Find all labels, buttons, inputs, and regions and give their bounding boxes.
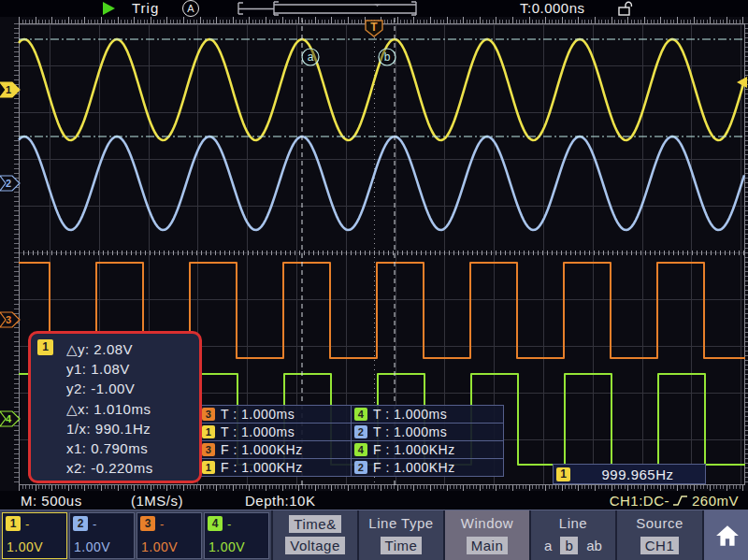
- softkey-window[interactable]: Window Main: [443, 510, 529, 560]
- top-status-bar: Trig A T:0.000ns: [0, 0, 748, 17]
- channel-badge: 4: [208, 516, 223, 531]
- measurement-cell: 2T : 1.000ms: [352, 424, 503, 440]
- measurement-value: F : 1.000KHz: [373, 442, 455, 457]
- trig-label: Trig: [132, 0, 159, 16]
- oscilloscope-screen: Trig A T:0.000ns abT1234 1 △y: 2.08V y1:…: [0, 0, 748, 560]
- softkey-title: Window: [461, 515, 513, 531]
- measurement-cell: 4F : 1.000KHz: [352, 441, 503, 458]
- channel-badge: 1: [202, 461, 215, 474]
- measurement-value: T : 1.000ms: [221, 407, 295, 422]
- measurement-cell: 1F : 1.000KHz: [199, 459, 352, 476]
- measurement-row: 3F : 1.000KHz 4F : 1.000KHz: [199, 441, 503, 459]
- softkey-title: Line Type: [368, 515, 433, 531]
- trigger-mode-letter: A: [187, 3, 194, 14]
- channel-badge: 4: [354, 408, 367, 421]
- channel-2-box[interactable]: 2- 1.00V: [69, 512, 135, 559]
- measurement-row: 3T : 1.000ms 4T : 1.000ms: [199, 406, 503, 424]
- source-value: CH1: [640, 537, 680, 554]
- channel-badge: 3: [140, 516, 155, 531]
- channel-badge: 2: [354, 461, 367, 474]
- line-option-a[interactable]: a: [544, 538, 552, 553]
- softkey-source[interactable]: Source CH1: [615, 510, 702, 560]
- channel-scale: 1.00V: [141, 539, 178, 554]
- trigger-position-letter: T: [370, 21, 378, 34]
- timebase-readout: M: 500us: [21, 493, 82, 509]
- softkey-line-type[interactable]: Line Type Time: [357, 510, 443, 560]
- bottom-menu-bar: 1- 1.00V 2- 1.00V 3- 1.00V 4- 1.00V Time…: [0, 510, 748, 560]
- channel-badge: 2: [354, 425, 367, 438]
- time-voltage-line2: Voltage: [285, 537, 345, 554]
- measurement-cell: 4T : 1.000ms: [352, 406, 503, 423]
- softkey-title: Source: [636, 515, 683, 531]
- measurement-cell: 1T : 1.000ms: [199, 424, 352, 440]
- coupling-indicator: -: [93, 517, 96, 531]
- memory-window-indicator[interactable]: [237, 0, 424, 17]
- channel-badge: 1: [202, 425, 215, 438]
- home-icon: [715, 524, 740, 547]
- cursor-x1: x1: 0.790ms: [66, 438, 199, 458]
- trigger-level-value: 260mV: [692, 493, 739, 509]
- measurement-row: 1T : 1.000ms 2T : 1.000ms: [199, 424, 503, 441]
- measurement-cell: 3T : 1.000ms: [199, 406, 352, 423]
- channel-scale: 1.00V: [209, 539, 245, 554]
- cursor-y2: y2: -1.00V: [66, 379, 199, 398]
- measurement-table: 3T : 1.000ms 4T : 1.000ms 1T : 1.000ms 2…: [198, 405, 504, 477]
- rising-edge-icon: [672, 494, 689, 508]
- home-button[interactable]: [702, 510, 748, 560]
- channel-badge: 3: [202, 443, 215, 456]
- softkey-title: Line: [559, 515, 587, 531]
- ch1-marker-number: 1: [6, 84, 11, 95]
- channel-badge: 1: [6, 516, 21, 531]
- measurement-value: F : 1.000KHz: [221, 460, 303, 475]
- trigger-source-label: CH1:DC-: [610, 493, 669, 509]
- measurement-value: F : 1.000KHz: [221, 442, 303, 457]
- cursor-label-a: a: [308, 50, 314, 64]
- frequency-counter: 1 999.965Hz: [553, 464, 706, 484]
- channel-scale: 1.00V: [7, 539, 43, 554]
- cursor-y1: y1: 1.08V: [66, 359, 199, 379]
- ch2-trace: [19, 136, 744, 230]
- measurement-cell: 3F : 1.000KHz: [199, 441, 352, 458]
- line-type-value: Time: [381, 537, 423, 554]
- cursor-delta-x: △x: 1.010ms: [66, 399, 199, 419]
- line-option-b[interactable]: b: [560, 537, 578, 554]
- time-voltage-line1: Time&: [289, 515, 340, 533]
- frequency-value: 999.965Hz: [570, 467, 705, 482]
- measurement-cell: 2F : 1.000KHz: [352, 459, 503, 476]
- unlock-icon[interactable]: [617, 1, 634, 16]
- auto-trigger-icon: A: [182, 0, 199, 17]
- line-option-ab[interactable]: ab: [586, 538, 602, 553]
- channel-scale: 1.00V: [74, 539, 110, 554]
- cursor-measure-popup: 1 △y: 2.08V y1: 1.08V y2: -1.00V △x: 1.0…: [28, 331, 202, 483]
- status-bar: M: 500us (1MS/s) Depth:10K CH1:DC- 260mV: [0, 491, 748, 510]
- memory-depth-readout: Depth:10K: [245, 493, 315, 509]
- ch2-marker-number: 2: [6, 178, 11, 189]
- ch3-marker-number: 3: [6, 314, 11, 325]
- cursor-inverse-x: 1/x: 990.1Hz: [66, 419, 199, 438]
- coupling-indicator: -: [227, 517, 231, 531]
- cursor-label-b: b: [384, 50, 391, 64]
- measurement-value: T : 1.000ms: [221, 424, 295, 439]
- cursor-x2: x2: -0.220ms: [66, 458, 199, 478]
- measurement-value: T : 1.000ms: [373, 424, 447, 439]
- run-play-icon[interactable]: [103, 2, 115, 15]
- measurement-value: T : 1.000ms: [373, 407, 447, 422]
- channel-badge: 4: [354, 443, 367, 456]
- channel-1-box[interactable]: 1- 1.00V: [2, 512, 67, 559]
- cursor-readout-list: △y: 2.08V y1: 1.08V y2: -1.00V △x: 1.010…: [31, 339, 199, 478]
- sample-rate-readout: (1MS/s): [131, 493, 183, 509]
- window-value: Main: [467, 537, 509, 554]
- horizontal-offset-readout: T:0.000ns: [520, 0, 585, 16]
- cursor-delta-y: △y: 2.08V: [66, 339, 199, 359]
- channel-3-box[interactable]: 3- 1.00V: [137, 512, 202, 559]
- channel-badge: 2: [73, 516, 88, 531]
- softkey-time-voltage[interactable]: Time& Voltage: [271, 510, 357, 560]
- channel-badge: 3: [202, 408, 215, 421]
- measurement-row: 1F : 1.000KHz 2F : 1.000KHz: [199, 459, 503, 476]
- ch4-marker-number: 4: [6, 413, 12, 424]
- cursor-channel-badge: 1: [37, 339, 53, 355]
- freq-channel-badge: 1: [556, 467, 570, 481]
- softkey-line[interactable]: Line a b ab: [529, 510, 615, 560]
- trigger-readout: CH1:DC- 260mV: [610, 493, 739, 509]
- channel-4-box[interactable]: 4- 1.00V: [204, 512, 269, 559]
